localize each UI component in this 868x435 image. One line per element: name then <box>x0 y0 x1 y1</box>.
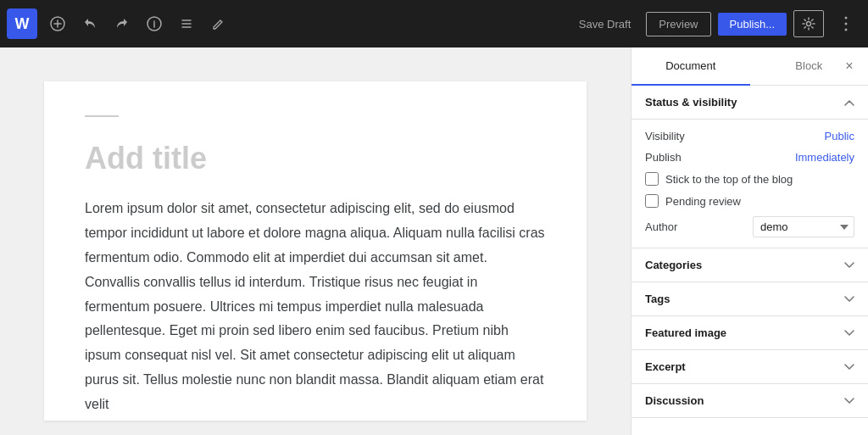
chevron-up-icon <box>844 99 854 106</box>
wp-logo[interactable]: W <box>7 8 37 39</box>
toolbar-right: Save Draft Preview Publish... <box>570 8 861 39</box>
editor-content: Lorem ipsum dolor sit amet, consectetur … <box>44 81 587 421</box>
featured-image-header[interactable]: Featured image <box>632 316 868 349</box>
visibility-value[interactable]: Public <box>825 130 854 142</box>
excerpt-header[interactable]: Excerpt <box>632 350 868 383</box>
author-select[interactable]: demo <box>753 216 854 237</box>
stick-to-top-row: Stick to the top of the blog <box>645 172 854 186</box>
chevron-down-icon <box>844 398 854 404</box>
editor-area: Lorem ipsum dolor sit amet, consectetur … <box>0 47 631 435</box>
main-area: Lorem ipsum dolor sit amet, consectetur … <box>0 47 868 435</box>
list-view-button[interactable] <box>171 8 202 39</box>
publish-value[interactable]: Immediately <box>795 151 854 164</box>
publish-button[interactable]: Publish... <box>718 13 787 36</box>
section-status-visibility: Status & visibility Visibility Public Pu… <box>632 86 868 248</box>
svg-point-3 <box>845 17 848 20</box>
stick-to-top-label: Stick to the top of the blog <box>665 173 793 186</box>
undo-button[interactable] <box>75 8 105 39</box>
info-button[interactable] <box>139 8 170 39</box>
preview-button[interactable]: Preview <box>646 12 710 36</box>
author-label: Author <box>645 220 677 233</box>
categories-title: Categories <box>645 259 702 271</box>
section-tags: Tags <box>632 282 868 316</box>
settings-button[interactable] <box>793 10 824 37</box>
redo-button[interactable] <box>107 8 137 39</box>
pending-review-label: Pending review <box>665 195 741 208</box>
sidebar-tabs: Document Block × <box>632 47 868 86</box>
tab-document[interactable]: Document <box>632 47 750 86</box>
excerpt-title: Excerpt <box>645 360 686 373</box>
pending-review-row: Pending review <box>645 194 854 208</box>
pending-review-checkbox[interactable] <box>645 194 659 208</box>
visibility-row: Visibility Public <box>645 130 854 142</box>
tags-title: Tags <box>645 293 670 305</box>
title-separator <box>85 115 119 117</box>
featured-image-title: Featured image <box>645 326 726 339</box>
close-sidebar-button[interactable]: × <box>837 54 861 78</box>
add-block-button[interactable] <box>42 8 73 39</box>
categories-header[interactable]: Categories <box>632 248 868 282</box>
status-visibility-content: Visibility Public Publish Immediately St… <box>632 120 868 248</box>
visibility-label: Visibility <box>645 130 685 142</box>
status-visibility-title: Status & visibility <box>645 96 737 109</box>
publish-label: Publish <box>645 151 682 164</box>
discussion-title: Discussion <box>645 394 704 407</box>
toolbar-left: W <box>7 8 567 39</box>
post-title-input[interactable] <box>85 137 546 180</box>
chevron-down-icon <box>844 296 854 303</box>
author-row: Author demo <box>645 216 854 237</box>
chevron-down-icon <box>844 262 854 269</box>
chevron-down-icon <box>844 364 854 371</box>
save-draft-button[interactable]: Save Draft <box>570 13 639 36</box>
svg-point-2 <box>807 22 811 26</box>
more-options-button[interactable] <box>831 8 861 39</box>
toolbar: W <box>0 0 868 47</box>
svg-point-5 <box>845 29 848 31</box>
chevron-down-icon <box>844 330 854 337</box>
section-categories: Categories <box>632 248 868 282</box>
section-featured-image: Featured image <box>632 316 868 350</box>
edit-button[interactable] <box>203 8 234 39</box>
svg-point-4 <box>845 23 848 25</box>
section-discussion: Discussion <box>632 384 868 418</box>
discussion-header[interactable]: Discussion <box>632 384 868 417</box>
stick-to-top-checkbox[interactable] <box>645 172 659 186</box>
section-excerpt: Excerpt <box>632 350 868 384</box>
editor-body[interactable]: Lorem ipsum dolor sit amet, consectetur … <box>85 197 546 416</box>
status-visibility-header[interactable]: Status & visibility <box>632 86 868 120</box>
publish-row: Publish Immediately <box>645 151 854 164</box>
tags-header[interactable]: Tags <box>632 282 868 315</box>
sidebar: Document Block × Status & visibility Vis… <box>631 47 868 435</box>
